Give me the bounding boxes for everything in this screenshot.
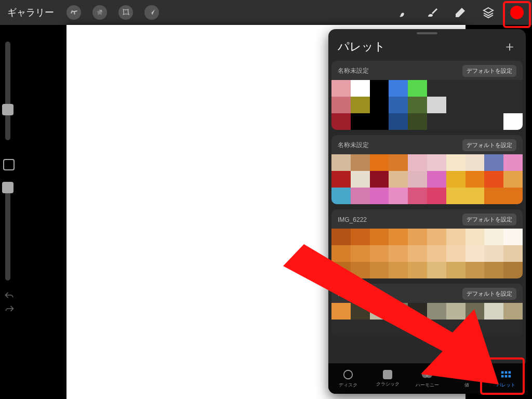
swatch[interactable] <box>427 80 446 97</box>
swatch[interactable] <box>446 262 466 278</box>
adjustments-button[interactable] <box>92 5 107 20</box>
swatch[interactable] <box>446 245 466 262</box>
palette-name[interactable]: IMG_6222 <box>338 216 367 223</box>
swatch[interactable] <box>370 113 389 130</box>
swatch[interactable] <box>389 188 408 204</box>
swatch[interactable] <box>351 262 370 278</box>
swatch[interactable] <box>503 188 523 204</box>
swatch[interactable] <box>427 113 446 130</box>
swatch[interactable] <box>370 262 389 278</box>
palette-name[interactable]: IMG_6 <box>338 290 356 298</box>
add-palette-button[interactable]: ＋ <box>503 37 516 56</box>
swatch[interactable] <box>446 320 466 336</box>
swatch[interactable] <box>503 320 523 336</box>
swatch[interactable] <box>331 229 351 245</box>
undo-button[interactable] <box>4 291 15 299</box>
swatch[interactable] <box>466 171 485 188</box>
swatch[interactable] <box>503 262 523 278</box>
swatch[interactable] <box>408 188 427 204</box>
swatch[interactable] <box>351 80 370 97</box>
swatch[interactable] <box>351 245 370 262</box>
swatch[interactable] <box>370 154 389 171</box>
swatch[interactable] <box>389 262 408 278</box>
swatch[interactable] <box>446 80 466 97</box>
swatch[interactable] <box>331 97 351 113</box>
swatch[interactable] <box>427 154 446 171</box>
swatch[interactable] <box>351 303 370 320</box>
swatch[interactable] <box>370 171 389 188</box>
opacity-slider[interactable] <box>5 182 10 281</box>
swatch[interactable] <box>484 113 503 130</box>
swatch[interactable] <box>351 188 370 204</box>
swatch[interactable] <box>389 154 408 171</box>
swatch[interactable] <box>351 154 370 171</box>
swatch[interactable] <box>331 154 351 171</box>
swatch[interactable] <box>351 113 370 130</box>
modify-button[interactable] <box>3 159 15 170</box>
palette-name[interactable]: 名称未設定 <box>338 141 369 150</box>
swatch[interactable] <box>427 97 446 113</box>
swatch[interactable] <box>503 171 523 188</box>
set-default-button[interactable]: デフォルトを設定 <box>462 214 516 225</box>
swatch[interactable] <box>427 262 446 278</box>
swatch[interactable] <box>370 320 389 336</box>
swatch[interactable] <box>408 320 427 336</box>
set-default-button[interactable]: デフォルトを設定 <box>462 288 516 300</box>
tab-harmony[interactable]: ハーモニー <box>410 369 444 389</box>
swatch[interactable] <box>427 320 446 336</box>
swatch[interactable] <box>466 245 485 262</box>
swatch[interactable] <box>370 97 389 113</box>
swatch[interactable] <box>427 171 446 188</box>
swatch[interactable] <box>484 188 503 204</box>
swatch[interactable] <box>466 113 485 130</box>
swatch[interactable] <box>466 188 485 204</box>
swatch[interactable] <box>503 113 523 130</box>
swatch[interactable] <box>408 113 427 130</box>
color-button[interactable] <box>510 6 524 19</box>
swatch[interactable] <box>331 303 351 320</box>
swatch[interactable] <box>389 320 408 336</box>
swatch[interactable] <box>466 97 485 113</box>
swatch[interactable] <box>503 303 523 320</box>
swatch[interactable] <box>389 113 408 130</box>
swatch[interactable] <box>503 97 523 113</box>
layers-icon[interactable] <box>482 6 495 19</box>
swatch[interactable] <box>389 171 408 188</box>
swatch[interactable] <box>484 303 503 320</box>
swatch[interactable] <box>370 245 389 262</box>
swatch[interactable] <box>466 320 485 336</box>
swatch[interactable] <box>408 262 427 278</box>
gallery-link[interactable]: ギャラリー <box>0 6 61 19</box>
swatch[interactable] <box>484 245 503 262</box>
palette-name[interactable]: 名称未設定 <box>338 66 369 75</box>
swatch[interactable] <box>446 229 466 245</box>
swatch[interactable] <box>446 154 466 171</box>
swatch[interactable] <box>408 97 427 113</box>
swatch[interactable] <box>446 303 466 320</box>
brush-icon[interactable] <box>398 6 410 19</box>
swatch[interactable] <box>446 113 466 130</box>
swatch[interactable] <box>370 229 389 245</box>
swatch[interactable] <box>466 229 485 245</box>
swatch[interactable] <box>466 262 485 278</box>
swatch[interactable] <box>427 188 446 204</box>
swatch[interactable] <box>389 229 408 245</box>
swatch[interactable] <box>351 97 370 113</box>
swatch[interactable] <box>389 80 408 97</box>
swatch[interactable] <box>427 229 446 245</box>
actions-button[interactable] <box>66 5 81 20</box>
swatch[interactable] <box>331 188 351 204</box>
swatch[interactable] <box>503 245 523 262</box>
swatch[interactable] <box>389 303 408 320</box>
swatch[interactable] <box>351 320 370 336</box>
swatch[interactable] <box>446 97 466 113</box>
swatch[interactable] <box>389 97 408 113</box>
swatch[interactable] <box>351 171 370 188</box>
eraser-icon[interactable] <box>454 6 467 19</box>
swatch[interactable] <box>331 113 351 130</box>
swatch[interactable] <box>427 245 446 262</box>
brush-size-slider[interactable] <box>5 42 10 140</box>
slider-thumb[interactable] <box>2 104 14 115</box>
swatch[interactable] <box>446 188 466 204</box>
swatch[interactable] <box>408 171 427 188</box>
